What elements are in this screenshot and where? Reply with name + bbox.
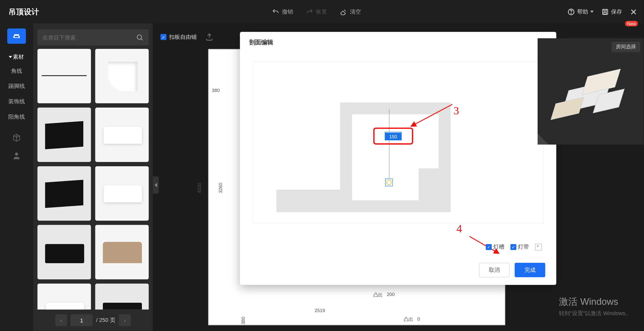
guide-line (389, 109, 389, 185)
undo-label: 撤销 (282, 8, 293, 15)
left-panel: 素材 角线 踢脚线 装饰线 阳角线 (0, 23, 153, 331)
rail-item-1[interactable]: 踢脚线 (0, 79, 33, 94)
cancel-label: 取消 (489, 266, 500, 274)
search-button[interactable] (131, 29, 149, 45)
save-label: 保存 (611, 8, 622, 15)
center-marker[interactable] (385, 179, 393, 186)
dimension-input[interactable] (385, 133, 401, 140)
cancel-button[interactable]: 取消 (479, 263, 510, 277)
freeplace-label: 扣板自由铺 (169, 33, 197, 41)
thumb-item[interactable] (37, 225, 91, 279)
thumb-item[interactable] (37, 166, 91, 221)
pager-input[interactable] (71, 314, 93, 326)
modal-body: 3 4 (240, 53, 556, 255)
pager-prev[interactable]: ‹ (55, 314, 67, 326)
save-button[interactable]: 保存 (601, 8, 622, 15)
checkbox-icon (486, 244, 492, 250)
search-input[interactable] (37, 29, 131, 45)
preview-3d-view[interactable] (550, 68, 631, 127)
checkbox-icon (510, 244, 516, 250)
value-highlight-box (373, 127, 413, 145)
thumb-item[interactable] (95, 225, 149, 279)
profile-segment[interactable] (340, 103, 352, 200)
user-icon[interactable] (12, 151, 21, 160)
close-app-button[interactable] (630, 8, 637, 15)
help-label: 帮助 (577, 8, 588, 15)
clear-button[interactable]: 清空 (340, 8, 361, 15)
search-bar (33, 23, 153, 49)
profile-segment[interactable] (419, 168, 451, 202)
resize-handle[interactable] (538, 134, 549, 145)
freeplace-toggle[interactable]: 扣板自由铺 (160, 33, 196, 41)
rail-item-0[interactable]: 角线 (0, 63, 33, 79)
undo-button[interactable]: 撤销 (272, 8, 293, 15)
clear-label: 清空 (350, 8, 361, 15)
rail-item-2[interactable]: 装饰线 (0, 94, 33, 109)
rail-section-label: 素材 (13, 53, 24, 61)
modal-options: 灯槽 灯带 (486, 243, 542, 251)
thumb-item[interactable] (95, 49, 149, 103)
svg-rect-3 (604, 12, 606, 14)
thumb-item[interactable] (95, 166, 149, 221)
modal-title: 剖面编辑 (240, 32, 556, 53)
svg-point-5 (137, 35, 142, 39)
opt-lamp-strip[interactable]: 灯带 (510, 243, 529, 251)
top-center-actions: 撤销 恢复 清空 (272, 8, 361, 15)
undo-icon (272, 8, 279, 15)
pager: ‹ / 250 页 › (33, 310, 153, 331)
modal-footer: 取消 完成 (240, 255, 556, 285)
eraser-icon (340, 8, 347, 15)
redo-icon (306, 8, 313, 15)
thumbnail-grid (33, 49, 153, 310)
ok-label: 完成 (525, 266, 536, 274)
dimension-input-box (385, 132, 402, 140)
new-badge: New (625, 21, 638, 26)
thumb-item[interactable] (37, 49, 91, 103)
annotation-number-3: 3 (454, 105, 459, 117)
sofa-icon (13, 32, 20, 40)
upload-icon[interactable] (205, 33, 214, 41)
svg-rect-2 (602, 9, 608, 14)
close-icon (630, 8, 637, 15)
search-icon (136, 34, 143, 41)
thumb-item[interactable] (95, 108, 149, 162)
svg-point-4 (15, 152, 18, 155)
annotation-number-4: 4 (457, 222, 462, 235)
dim-label: 4020 (197, 183, 202, 193)
thumb-item[interactable] (37, 108, 91, 162)
redo-button[interactable]: 恢复 (306, 8, 327, 15)
save-icon (601, 8, 609, 15)
package-icon[interactable] (12, 133, 21, 142)
dim-label: 3260 (218, 183, 223, 193)
tuchu-value: 0 (417, 316, 420, 321)
help-button[interactable]: 帮助 (567, 8, 594, 15)
watermark-line2: 转到"设置"以激活 Windows。 (559, 309, 631, 318)
dim-label: 380 (240, 317, 246, 324)
thumb-item[interactable] (37, 284, 91, 310)
pager-total: / 250 页 (96, 316, 115, 324)
tuchu-label: 凸出 (404, 316, 413, 323)
profile-segment[interactable] (276, 190, 352, 202)
ok-button[interactable]: 完成 (515, 263, 545, 277)
help-icon (567, 8, 575, 15)
profile-segment[interactable] (276, 200, 451, 212)
chevron-down-icon (590, 11, 594, 13)
dim-label: 2519 (315, 308, 325, 313)
collapse-handle[interactable] (153, 177, 159, 194)
opt-label: 灯槽 (493, 243, 504, 251)
watermark-line1: 激活 Windows (559, 294, 631, 309)
checkbox-icon (160, 34, 167, 40)
room-select-button[interactable]: 房间选择 (612, 42, 640, 52)
windows-watermark: 激活 Windows 转到"设置"以激活 Windows。 (559, 294, 631, 318)
section-edit-modal: 剖面编辑 × 3 (240, 32, 556, 285)
pager-next[interactable]: › (119, 314, 131, 326)
triangle-down-icon (9, 56, 12, 58)
rail-section-materials[interactable]: 素材 (0, 50, 33, 63)
library-button[interactable] (7, 28, 26, 44)
expand-icon[interactable] (535, 244, 542, 250)
rail-item-3[interactable]: 阳角线 (0, 109, 33, 125)
thumb-item[interactable] (95, 284, 149, 310)
profile-segment[interactable] (340, 103, 451, 114)
section-canvas[interactable]: 3 (253, 62, 543, 223)
opt-lamp-slot[interactable]: 灯槽 (486, 243, 504, 251)
